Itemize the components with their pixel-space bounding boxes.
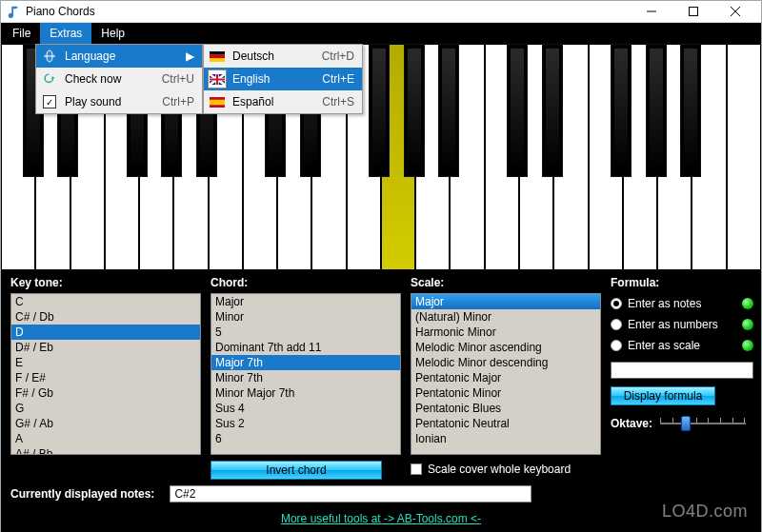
- menu-play-sound-label: Play sound: [65, 95, 154, 108]
- list-item[interactable]: Major 7th: [211, 355, 400, 370]
- invert-chord-button[interactable]: Invert chord: [211, 461, 382, 480]
- radio-icon: [611, 298, 622, 309]
- refresh-icon: [40, 69, 59, 89]
- list-item[interactable]: Minor Major 7th: [211, 385, 400, 401]
- list-item[interactable]: Major: [211, 294, 400, 309]
- svg-rect-9: [210, 58, 225, 62]
- formula-radio-numbers[interactable]: Enter as numbers: [611, 314, 718, 335]
- white-key[interactable]: [727, 44, 761, 270]
- black-key[interactable]: [680, 44, 701, 177]
- keytone-label: Key tone:: [10, 276, 201, 289]
- watermark: LO4D.com: [662, 502, 748, 522]
- list-item[interactable]: Sus 4: [211, 401, 400, 416]
- list-item[interactable]: E: [11, 355, 200, 370]
- list-item[interactable]: Pentatonic Blues: [411, 401, 600, 416]
- black-key[interactable]: [404, 44, 425, 177]
- language-dropdown: Deutsch Ctrl+D English Ctrl+E Español Ct…: [203, 44, 363, 114]
- menu-check-now-label: Check now: [65, 72, 154, 86]
- flag-es-icon: [208, 92, 227, 111]
- list-item[interactable]: Sus 2: [211, 416, 400, 431]
- menu-language[interactable]: Language ▶: [36, 45, 202, 68]
- black-key[interactable]: [611, 44, 632, 177]
- app-window: Piano Chords File Extras Help: [0, 0, 762, 532]
- checkbox-icon: ✓: [40, 92, 59, 111]
- list-item[interactable]: 6: [211, 431, 400, 446]
- keytone-list[interactable]: CC# / DbDD# / EbEF / E#F# / GbGG# / AbAA…: [10, 293, 201, 455]
- list-item[interactable]: 5: [211, 325, 400, 340]
- formula-label: Formula:: [611, 276, 753, 289]
- submenu-arrow-icon: ▶: [185, 49, 194, 63]
- list-item[interactable]: Minor 7th: [211, 370, 400, 385]
- radio-notes-label: Enter as notes: [628, 297, 701, 310]
- flag-en-icon: [208, 69, 227, 89]
- list-item[interactable]: Pentatonic Neutral: [411, 416, 600, 431]
- black-key[interactable]: [369, 44, 390, 177]
- list-item[interactable]: F / E#: [11, 370, 200, 385]
- list-item[interactable]: Pentatonic Minor: [411, 385, 600, 401]
- current-notes-field[interactable]: [170, 485, 531, 502]
- list-item[interactable]: Harmonic Minor: [411, 325, 600, 340]
- scale-list[interactable]: Major(Natural) MinorHarmonic MinorMelodi…: [411, 293, 601, 455]
- list-item[interactable]: Major: [411, 294, 600, 309]
- black-key[interactable]: [438, 44, 459, 177]
- svg-rect-7: [210, 51, 225, 55]
- chord-list[interactable]: MajorMinor5Dominant 7th add 11Major 7thM…: [211, 293, 401, 455]
- scale-label: Scale:: [411, 276, 601, 289]
- list-item[interactable]: D: [11, 325, 200, 340]
- list-item[interactable]: Dominant 7th add 11: [211, 340, 400, 355]
- menu-file[interactable]: File: [3, 23, 40, 44]
- formula-panel: Formula: Enter as notes Enter as numbers: [611, 276, 753, 480]
- oktave-label: Oktave:: [611, 417, 652, 430]
- close-button[interactable]: [715, 1, 755, 22]
- list-item[interactable]: (Natural) Minor: [411, 309, 600, 325]
- svg-rect-12: [210, 99, 225, 105]
- black-key[interactable]: [542, 44, 563, 177]
- formula-input[interactable]: [611, 362, 753, 379]
- formula-radio-scale[interactable]: Enter as scale: [611, 335, 700, 356]
- lang-english[interactable]: English Ctrl+E: [204, 68, 362, 90]
- menu-play-sound-accel: Ctrl+P: [162, 95, 194, 108]
- minimize-button[interactable]: [632, 1, 672, 22]
- list-item[interactable]: Pentatonic Major: [411, 370, 600, 385]
- list-item[interactable]: F# / Gb: [11, 385, 200, 401]
- lang-de-label: Deutsch: [232, 49, 314, 63]
- list-item[interactable]: G# / Ab: [11, 416, 200, 431]
- status-dot-icon[interactable]: [742, 319, 753, 330]
- menu-play-sound[interactable]: ✓ Play sound Ctrl+P: [36, 90, 202, 113]
- svg-rect-1: [690, 8, 698, 16]
- list-item[interactable]: Minor: [211, 309, 400, 325]
- formula-radio-notes[interactable]: Enter as notes: [611, 293, 701, 314]
- svg-rect-8: [210, 54, 225, 58]
- list-item[interactable]: A# / Bb: [11, 446, 200, 455]
- control-panels: Key tone: CC# / DbDD# / EbEF / E#F# / Gb…: [1, 270, 761, 482]
- lang-espanol[interactable]: Español Ctrl+S: [204, 90, 362, 113]
- black-key[interactable]: [646, 44, 667, 177]
- scale-cover-checkbox[interactable]: [411, 463, 422, 475]
- list-item[interactable]: C# / Db: [11, 309, 200, 325]
- list-item[interactable]: C: [11, 294, 200, 309]
- oktave-slider[interactable]: [660, 415, 746, 432]
- current-notes-label: Currently displayed notes:: [10, 487, 154, 501]
- scale-cover-label: Scale cover whole keyboard: [428, 463, 571, 476]
- list-item[interactable]: A: [11, 431, 200, 446]
- menu-extras[interactable]: Extras: [40, 23, 91, 44]
- window-title: Piano Chords: [26, 5, 632, 18]
- list-item[interactable]: D# / Eb: [11, 340, 200, 355]
- abtools-link[interactable]: More useful tools at -> AB-Tools.com <-: [281, 512, 481, 525]
- list-item[interactable]: G: [11, 401, 200, 416]
- status-dot-icon[interactable]: [742, 298, 753, 309]
- display-formula-button[interactable]: Display formula: [611, 386, 715, 405]
- bottom-bar: Currently displayed notes:: [1, 482, 761, 506]
- menu-check-now[interactable]: Check now Ctrl+U: [36, 68, 202, 90]
- radio-icon: [611, 319, 622, 330]
- menubar: File Extras Help Language ▶ Check now: [1, 23, 761, 44]
- black-key[interactable]: [507, 44, 528, 177]
- list-item[interactable]: Melodic Minor descending: [411, 355, 600, 370]
- menu-help[interactable]: Help: [91, 23, 134, 44]
- lang-deutsch[interactable]: Deutsch Ctrl+D: [204, 45, 362, 68]
- maximize-button[interactable]: [673, 1, 713, 22]
- status-dot-icon[interactable]: [742, 340, 753, 351]
- chord-label: Chord:: [211, 276, 401, 289]
- list-item[interactable]: Ionian: [411, 431, 600, 446]
- list-item[interactable]: Melodic Minor ascending: [411, 340, 600, 355]
